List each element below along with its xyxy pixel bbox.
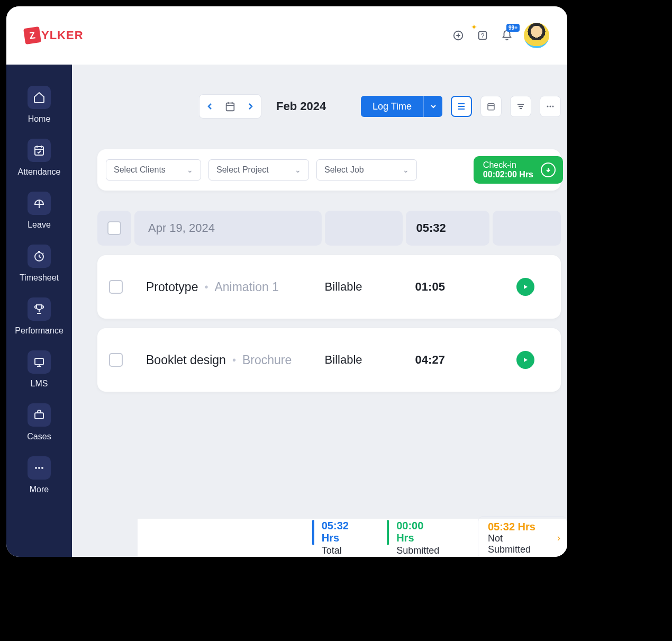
row-billable: Billable <box>325 353 405 367</box>
svg-text:?: ? <box>481 32 485 40</box>
sidebar-item-leave[interactable]: Leave <box>28 192 51 230</box>
header-date: Apr 19, 2024 <box>148 221 215 235</box>
checkin-pill[interactable]: Check-in 00:02:00 Hrs <box>474 156 563 184</box>
list-header: Apr 19, 2024 05:32 <box>97 211 561 246</box>
stat-not-submitted-label: Not Submitted <box>488 533 544 555</box>
select-label: Select Project <box>216 165 269 175</box>
topbar: Z YLKER ✦ ? 99+ <box>6 6 567 65</box>
more-icon <box>28 456 51 480</box>
play-button[interactable] <box>516 278 534 296</box>
svg-point-37 <box>550 106 551 107</box>
svg-rect-31 <box>488 104 494 110</box>
checkin-time: 00:02:00 Hrs <box>483 170 533 179</box>
log-time-group: Log Time <box>361 96 442 117</box>
select-job[interactable]: Select Job ⌄ <box>316 159 417 180</box>
svg-rect-20 <box>35 413 43 419</box>
row-checkbox[interactable] <box>109 353 123 367</box>
sidebar-item-label: Timesheet <box>20 273 59 283</box>
header-end-cell <box>493 211 561 246</box>
notification-badge: 99+ <box>506 24 520 32</box>
app-window: Z YLKER ✦ ? 99+ Home <box>6 6 567 557</box>
notifications-icon[interactable]: 99+ <box>500 28 514 43</box>
timesheet-list: Apr 19, 2024 05:32 Prototype • Animation… <box>97 211 561 392</box>
filter-card: Select Clients ⌄ Select Project ⌄ Select… <box>97 149 561 191</box>
main-content: Feb 2024 Log Time <box>72 65 567 557</box>
dot-separator: • <box>232 354 236 366</box>
stat-bar <box>312 520 314 545</box>
footer-summary: 05:32 Hrs Total 00:00 Hrs Submitted 05:3… <box>138 519 567 557</box>
row-project: Prototype <box>146 280 198 294</box>
sidebar-item-home[interactable]: Home <box>28 86 51 124</box>
log-time-button[interactable]: Log Time <box>361 96 423 117</box>
sidebar-item-label: Leave <box>28 220 51 230</box>
header-blank-cell <box>325 211 403 246</box>
app-body: Home Attendance Leave Timesheet <box>6 65 567 557</box>
play-button[interactable] <box>516 351 534 369</box>
stat-total-label: Total <box>322 545 366 556</box>
avatar[interactable] <box>524 23 549 48</box>
header-date-cell: Apr 19, 2024 <box>134 211 322 246</box>
sidebar-item-label: More <box>30 485 49 494</box>
svg-rect-17 <box>35 358 43 365</box>
lms-icon <box>28 350 51 374</box>
list-view-button[interactable] <box>451 96 472 117</box>
cases-icon <box>28 403 51 427</box>
checkin-title: Check-in <box>483 160 533 170</box>
chevron-down-icon: ⌄ <box>295 166 301 174</box>
next-month-button[interactable] <box>240 103 261 110</box>
timesheet-row: Prototype • Animation 1 Billable 01:05 <box>97 255 561 319</box>
calendar-icon[interactable] <box>221 101 240 112</box>
chevron-right-icon: › <box>557 532 560 544</box>
calendar-view-button[interactable] <box>480 96 502 117</box>
sidebar-item-lms[interactable]: LMS <box>28 350 51 389</box>
svg-rect-5 <box>35 147 43 155</box>
row-project: Booklet design <box>146 353 226 367</box>
sidebar-item-label: Cases <box>27 432 51 441</box>
stat-submitted-value: 00:00 Hrs <box>396 520 441 544</box>
top-actions: ✦ ? 99+ <box>451 23 549 48</box>
filter-button[interactable] <box>510 96 531 117</box>
month-picker <box>199 94 261 119</box>
sidebar-item-label: Attendance <box>18 167 61 177</box>
sidebar-item-cases[interactable]: Cases <box>27 403 51 441</box>
svg-point-36 <box>547 106 549 107</box>
sidebar-item-attendance[interactable]: Attendance <box>18 139 61 177</box>
row-checkbox[interactable] <box>109 280 123 294</box>
stat-total-value: 05:32 Hrs <box>322 520 366 544</box>
sidebar-item-more[interactable]: More <box>28 456 51 494</box>
row-title: Booklet design • Brochure <box>134 353 325 367</box>
add-icon[interactable] <box>451 28 466 43</box>
select-label: Select Clients <box>114 165 166 175</box>
select-all-checkbox[interactable] <box>107 221 121 235</box>
stat-submitted-label: Submitted <box>396 545 441 556</box>
svg-rect-24 <box>226 103 234 111</box>
month-label: Feb 2024 <box>276 100 326 113</box>
stat-bar <box>387 520 389 545</box>
select-project[interactable]: Select Project ⌄ <box>208 159 309 180</box>
sidebar-item-performance[interactable]: Performance <box>15 297 63 336</box>
help-icon[interactable]: ✦ ? <box>475 28 490 43</box>
more-options-button[interactable] <box>540 96 561 117</box>
select-label: Select Job <box>324 165 364 175</box>
stat-not-submitted[interactable]: 05:32 Hrs Not Submitted › <box>478 516 567 557</box>
brand-name: YLKER <box>41 29 84 42</box>
stat-not-submitted-value: 05:32 Hrs <box>488 521 544 533</box>
sidebar-item-timesheet[interactable]: Timesheet <box>20 245 59 283</box>
stat-submitted: 00:00 Hrs Submitted <box>387 520 440 556</box>
brand-badge: Z <box>23 26 41 44</box>
row-time: 04:27 <box>405 353 491 367</box>
row-title: Prototype • Animation 1 <box>134 280 325 294</box>
select-clients[interactable]: Select Clients ⌄ <box>106 159 201 180</box>
svg-point-38 <box>552 106 554 107</box>
row-task: Animation 1 <box>214 280 278 294</box>
sidebar-item-label: Home <box>28 114 51 124</box>
svg-line-13 <box>39 257 41 258</box>
header-checkbox-cell <box>97 211 131 246</box>
brand-logo: Z YLKER <box>24 28 84 43</box>
performance-icon <box>28 297 51 321</box>
prev-month-button[interactable] <box>199 103 221 110</box>
log-time-dropdown[interactable] <box>423 96 442 117</box>
dot-separator: • <box>204 281 208 293</box>
sidebar-item-label: LMS <box>31 379 48 389</box>
leave-icon <box>28 192 51 215</box>
